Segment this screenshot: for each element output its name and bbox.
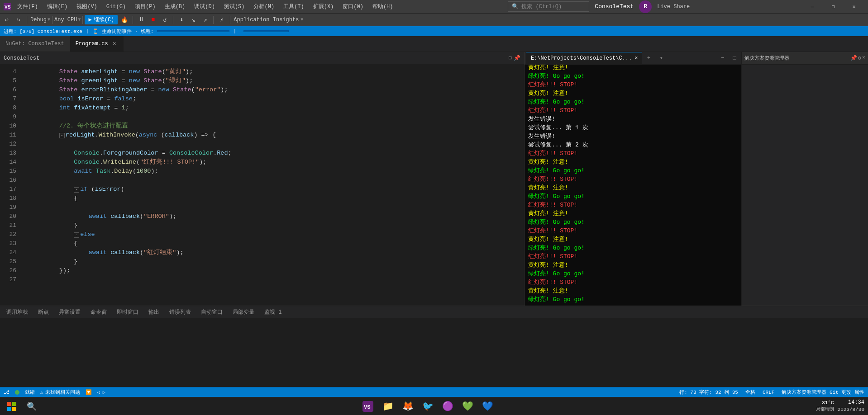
code-line-17: -if (isError) <box>30 185 524 194</box>
se-settings-btn[interactable]: ⚙ <box>858 55 861 61</box>
taskbar-vs[interactable]: VS <box>360 398 376 415</box>
btab-locals[interactable]: 局部变量 <box>228 306 259 319</box>
stop-btn[interactable]: ■ <box>148 15 158 25</box>
ln-15: 15 <box>0 167 16 176</box>
status-ready: 就绪 <box>25 389 35 396</box>
collapse-11[interactable]: - <box>59 133 65 138</box>
btab-output[interactable]: 输出 <box>144 306 164 319</box>
sep-debug2: | <box>233 28 236 34</box>
app-title: ConsoleTest <box>595 3 634 10</box>
space-mode[interactable]: 全格 <box>745 389 755 396</box>
undo-btn[interactable]: ↩ <box>2 15 12 25</box>
menu-tools[interactable]: 工具(T) <box>281 3 307 10</box>
step-over-btn[interactable]: ⬇ <box>176 15 186 25</box>
redo-btn[interactable]: ↪ <box>14 15 24 25</box>
menu-file[interactable]: 文件(F) <box>14 3 41 10</box>
live-share-btn[interactable]: Live Share <box>657 4 690 10</box>
btab-watch1[interactable]: 监视 1 <box>260 306 286 319</box>
console-line-29: 红灯亮!!! STOP! <box>528 278 738 287</box>
btab-callstack[interactable]: 调用堆栈 <box>2 306 33 319</box>
btab-errorlist[interactable]: 错误列表 <box>165 306 196 319</box>
taskbar-twitter[interactable]: 🐦 <box>420 398 436 415</box>
vs-icon: VS <box>4 3 11 10</box>
step-out-btn[interactable]: ↗ <box>200 15 210 25</box>
menu-analyze[interactable]: 分析(N) <box>251 3 277 10</box>
menu-debug[interactable]: 调试(D) <box>191 3 218 10</box>
cpu-config-dropdown[interactable]: Any CPU ▼ <box>54 17 81 23</box>
sep4 <box>133 16 133 24</box>
console-line-27: 黄灯亮! 注意! <box>528 261 738 269</box>
console-maximize[interactable]: □ <box>730 53 739 63</box>
stack-dropdown[interactable] <box>243 30 289 32</box>
editor-tab-bar: NuGet: ConsoleTest Program.cs × <box>0 36 868 52</box>
collapse-17[interactable]: - <box>74 187 79 193</box>
step-into-btn[interactable]: ↘ <box>188 15 198 25</box>
insights-btn[interactable]: Application Insights ▼ <box>234 17 303 23</box>
menu-help[interactable]: 帮助(H) <box>370 3 396 10</box>
code-line-9 <box>30 113 524 122</box>
menu-edit[interactable]: 编辑(E) <box>44 3 71 10</box>
close-button[interactable]: ✕ <box>844 0 864 14</box>
taskbar-app6[interactable]: 💙 <box>479 398 496 415</box>
btab-exceptions[interactable]: 异常设置 <box>54 306 85 319</box>
menu-build[interactable]: 生成(B) <box>162 3 188 10</box>
status-errors[interactable]: ⚠ 未找到相关问题 <box>40 389 80 396</box>
error-text: 未找到相关问题 <box>45 389 80 396</box>
btab-immediate[interactable]: 即时窗口 <box>112 306 143 319</box>
exception-btn[interactable]: ⚡ <box>217 15 227 25</box>
hot-reload-btn[interactable]: 🔥 <box>119 15 129 25</box>
search-box[interactable]: 🔍 搜索 (Ctrl+Q) <box>508 1 589 12</box>
pause-btn[interactable]: ⏸ <box>136 15 146 25</box>
restore-button[interactable]: ❐ <box>823 0 844 14</box>
start-button[interactable] <box>4 398 20 415</box>
pin-btn[interactable]: 📌 <box>514 55 520 61</box>
thread-dropdown[interactable] <box>157 30 229 32</box>
btab-autowindow[interactable]: 自动窗口 <box>196 306 227 319</box>
gi-7 <box>18 94 26 104</box>
user-avatar[interactable]: R <box>639 0 652 13</box>
status-left: ⎇ 就绪 ⚠ 未找到相关问题 🔽 ◁ ▷ <box>4 389 105 396</box>
se-pin-btn[interactable]: 📌 <box>850 55 857 61</box>
taskbar-weather: 31°C 局部晴朗 <box>816 400 834 413</box>
gi-27 <box>18 275 26 284</box>
btab-command[interactable]: 命令窗 <box>86 306 111 319</box>
title-bar-left: VS 文件(F) 编辑(E) 视图(V) Git(G) 项目(P) 生成(B) … <box>4 3 396 10</box>
start-button[interactable]: ▶ 继续(C) <box>85 15 118 24</box>
menu-view[interactable]: 视图(V) <box>74 3 100 10</box>
menu-window[interactable]: 窗口(W) <box>340 3 366 10</box>
console-tab-close[interactable]: × <box>634 55 638 61</box>
taskbar-search[interactable]: 🔍 <box>24 398 40 415</box>
gi-12 <box>18 140 26 149</box>
tab-nuget[interactable]: NuGet: ConsoleTest <box>0 36 70 52</box>
ln-11: 11 <box>0 131 16 140</box>
menu-test[interactable]: 测试(S) <box>221 3 248 10</box>
se-title: 解决方案资源管理器 <box>744 55 789 61</box>
tab-program-cs[interactable]: Program.cs × <box>70 36 124 52</box>
console-line-31: 绿灯亮! Go go go! <box>528 295 738 304</box>
code-editor: ConsoleTest ⊟ 📌 4 5 6 7 8 9 10 11 <box>0 52 524 306</box>
debug-config-dropdown[interactable]: Debug ▼ <box>30 17 50 23</box>
encoding-info[interactable]: CRLF <box>763 390 774 395</box>
tab-close-btn[interactable]: × <box>111 40 118 47</box>
menu-project[interactable]: 项目(P) <box>132 3 158 10</box>
minimize-button[interactable]: — <box>802 0 823 14</box>
menu-git[interactable]: Git(G) <box>104 4 129 10</box>
console-tab-main[interactable]: E:\NetProjects\ConsoleTest\C... × <box>526 52 642 65</box>
se-close-btn[interactable]: × <box>862 55 865 61</box>
taskbar-firefox[interactable]: 🦊 <box>400 398 416 415</box>
taskbar-app5[interactable]: 💚 <box>459 398 476 415</box>
console-add-tab[interactable]: + <box>642 52 655 65</box>
taskbar-rider[interactable]: 🟣 <box>439 398 456 415</box>
restart-btn[interactable]: ↺ <box>160 15 170 25</box>
collapse-22[interactable]: - <box>74 232 79 238</box>
split-btn[interactable]: ⊟ <box>509 55 512 61</box>
code-content[interactable]: State amberLight = new State("黄灯"); Stat… <box>26 65 524 306</box>
filter-icon[interactable]: 🔽 <box>86 389 92 395</box>
console-minimize[interactable]: − <box>718 53 728 63</box>
console-tab-dropdown[interactable]: ▾ <box>655 52 668 65</box>
btab-breakpoints[interactable]: 断点 <box>33 306 53 319</box>
code-line-22: -else <box>30 230 524 239</box>
menu-extensions[interactable]: 扩展(X) <box>310 3 337 10</box>
code-line-15: await Task.Delay(1000); <box>30 167 524 176</box>
taskbar-explorer[interactable]: 📁 <box>380 398 396 415</box>
